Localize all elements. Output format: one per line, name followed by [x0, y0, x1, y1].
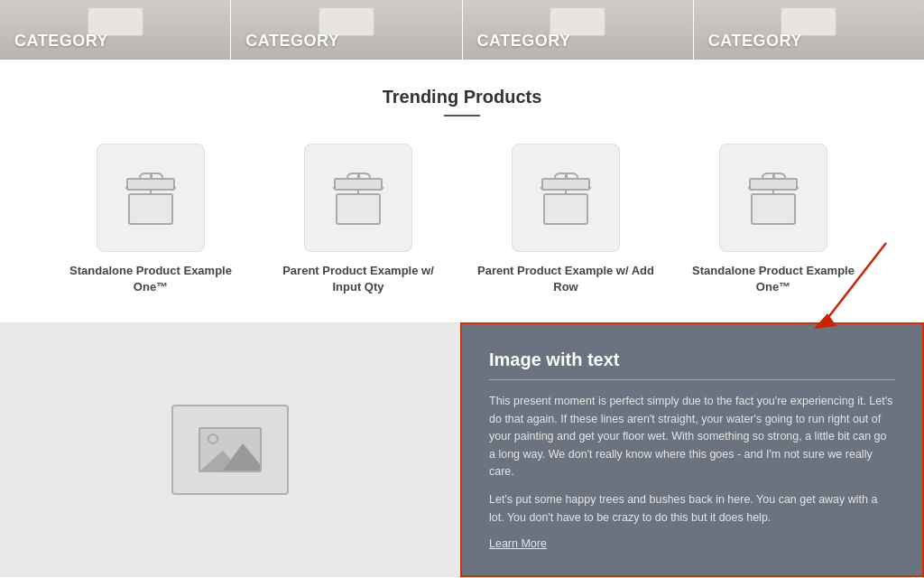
- product-item-2[interactable]: Parent Product Example w/ Input Qty: [268, 144, 448, 295]
- category-label-3: CATEGORY: [477, 32, 571, 51]
- trending-divider: [444, 115, 480, 117]
- panel-title: Image with text: [489, 350, 895, 370]
- panel-divider: [489, 379, 895, 380]
- learn-more-link[interactable]: Learn More: [489, 537, 895, 550]
- panel-paragraph-2: Let's put some happy trees and bushes ba…: [489, 491, 895, 527]
- category-label-4: CATEGORY: [708, 32, 802, 51]
- gift-icon-2: [331, 171, 385, 225]
- products-row: Standalone Product Example One™ Parent P…: [18, 144, 906, 295]
- category-item-3[interactable]: CATEGORY: [463, 0, 694, 60]
- product-name-1: Standalone Product Example One™: [60, 263, 241, 295]
- category-item-4[interactable]: CATEGORY: [694, 0, 924, 60]
- product-item-3[interactable]: Parent Product Example w/ Add Row: [476, 144, 656, 295]
- product-image-2: [304, 144, 412, 252]
- product-name-2: Parent Product Example w/ Input Qty: [268, 263, 448, 295]
- product-item-1[interactable]: Standalone Product Example One™: [60, 144, 241, 295]
- trending-title: Trending Products: [18, 87, 906, 107]
- trending-section: Trending Products Standalone Product Exa…: [0, 60, 924, 313]
- category-item-2[interactable]: CATEGORY: [231, 0, 462, 60]
- gift-icon-4: [746, 171, 800, 225]
- product-image-3: [512, 144, 620, 252]
- image-placeholder: [171, 405, 289, 495]
- product-image-4: [719, 144, 827, 252]
- bottom-section: Image with text This present moment is p…: [0, 322, 924, 577]
- category-row: CATEGORY CATEGORY CATEGORY CATEGORY: [0, 0, 924, 60]
- category-item-1[interactable]: CATEGORY: [0, 0, 231, 60]
- photo-icon: [199, 427, 262, 472]
- bottom-right-panel: Image with text This present moment is p…: [460, 322, 924, 577]
- product-item-4[interactable]: Standalone Product Example One™: [683, 144, 864, 295]
- product-name-4: Standalone Product Example One™: [683, 263, 864, 295]
- bottom-left: [0, 322, 460, 577]
- product-image-1: [97, 144, 205, 252]
- category-label-1: CATEGORY: [14, 32, 108, 51]
- panel-paragraph-1: This present moment is perfect simply du…: [489, 393, 895, 480]
- gift-icon-1: [124, 171, 178, 225]
- svg-marker-1: [814, 313, 836, 329]
- category-label-2: CATEGORY: [245, 32, 339, 51]
- product-name-3: Parent Product Example w/ Add Row: [476, 263, 656, 295]
- gift-icon-3: [539, 171, 593, 225]
